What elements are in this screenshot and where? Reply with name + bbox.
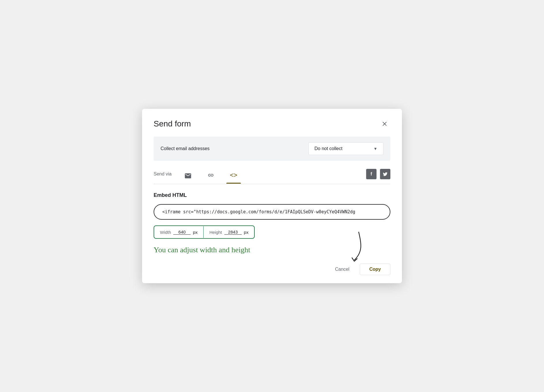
send-via-embed-button[interactable]: <> — [226, 169, 241, 184]
send-via-link-button[interactable] — [203, 170, 218, 183]
facebook-icon: f — [370, 171, 372, 177]
collect-email-label: Collect email addresses — [161, 146, 210, 151]
code-icon: <> — [230, 171, 237, 179]
chevron-down-icon: ▼ — [373, 146, 377, 151]
twitter-icon — [383, 171, 388, 177]
facebook-share-button[interactable]: f — [366, 169, 377, 179]
send-via-icons: <> — [181, 169, 357, 184]
send-via-label: Send via — [154, 171, 172, 181]
close-icon — [381, 120, 388, 127]
embed-code-text: <iframe src="https://docs.google.com/for… — [162, 209, 355, 214]
send-form-dialog: Send form Collect email addresses Do not… — [142, 109, 402, 283]
cancel-button[interactable]: Cancel — [328, 264, 356, 275]
height-input[interactable]: 2843 — [224, 229, 242, 235]
link-icon — [207, 172, 215, 178]
width-input[interactable]: 640 — [173, 229, 191, 235]
arrow-annotation — [338, 229, 362, 264]
height-unit: px — [244, 230, 249, 235]
dialog-footer: Cancel Copy — [154, 264, 390, 275]
social-icons: f — [366, 169, 390, 184]
height-item: Height 2843 px — [204, 226, 254, 238]
send-via-row: Send via <> f — [154, 169, 390, 184]
send-via-email-button[interactable] — [181, 170, 195, 183]
width-label: Width — [160, 230, 171, 235]
dimensions-box: Width 640 px Height 2843 px — [154, 225, 255, 239]
dialog-title: Send form — [154, 119, 191, 128]
cancel-label: Cancel — [335, 267, 349, 272]
dialog-header: Send form — [154, 118, 390, 130]
collect-email-bar: Collect email addresses Do not collect ▼ — [154, 137, 390, 161]
close-button[interactable] — [379, 118, 390, 130]
copy-label: Copy — [369, 267, 381, 272]
copy-button[interactable]: Copy — [360, 264, 390, 275]
embed-title: Embed HTML — [154, 192, 390, 198]
embed-code-display: <iframe src="https://docs.google.com/for… — [154, 204, 390, 220]
width-item: Width 640 px — [154, 226, 203, 238]
height-label: Height — [209, 230, 222, 235]
email-icon — [184, 172, 192, 178]
twitter-share-button[interactable] — [380, 169, 390, 179]
collect-email-value: Do not collect — [314, 146, 342, 151]
collect-email-dropdown[interactable]: Do not collect ▼ — [308, 142, 383, 155]
width-unit: px — [193, 230, 198, 235]
